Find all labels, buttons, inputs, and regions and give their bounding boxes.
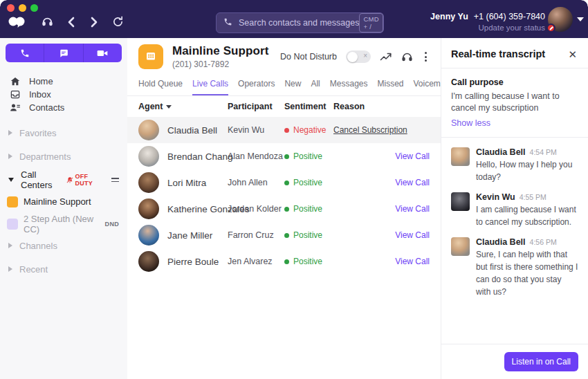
sentiment-dot-icon	[284, 154, 289, 159]
participant-name: Jen Alvarez	[228, 257, 284, 266]
table-row[interactable]: Brendan Chang Alan Mendoza Positive View…	[127, 143, 441, 169]
message-icon	[59, 48, 68, 58]
transcript-messages: Claudia Bell 4:54 PM Hello, How may I he…	[441, 138, 588, 344]
tab-new[interactable]: New	[284, 79, 301, 95]
user-menu-chevron-icon[interactable]	[577, 17, 584, 21]
participant-name: John Allen	[228, 178, 284, 187]
transcript-message: Claudia Bell 4:56 PM Sure, I can help wi…	[451, 237, 578, 298]
tab-messages[interactable]: Messages	[330, 79, 368, 95]
call-center-label: 2 Step Auth (New CC)	[24, 214, 105, 234]
view-call-link[interactable]: View Call	[395, 151, 430, 161]
avatar	[451, 147, 470, 166]
call-center-mainline-support[interactable]: Mainline Support	[0, 194, 127, 210]
agent-name: Jane Miller	[167, 230, 212, 241]
table-row[interactable]: Jane Miller Farron Cruz Positive View Ca…	[127, 222, 441, 248]
sentiment-label: Positive	[293, 204, 322, 214]
close-window-button[interactable]	[7, 4, 15, 12]
agent-name: Pierre Boule	[167, 257, 219, 267]
phone-icon	[20, 48, 30, 58]
listen-in-on-call-button[interactable]: Listen in on Call	[504, 352, 578, 371]
sentiment-dot-icon	[284, 207, 289, 212]
call-center-2-step-auth[interactable]: 2 Step Auth (New CC) DND	[0, 216, 127, 232]
sidebar-section-departments[interactable]: Departments	[0, 149, 127, 164]
transcript-message: Kevin Wu 4:55 PM I am calling because I …	[451, 192, 578, 228]
sidebar-nav: Home Inbox Contacts	[0, 72, 127, 114]
tab-missed[interactable]: Missed	[378, 79, 404, 95]
analytics-icon[interactable]	[380, 52, 392, 62]
do-not-disturb-toggle[interactable]: ×	[346, 50, 371, 63]
show-less-link[interactable]: Show less	[451, 118, 490, 128]
sentiment-badge: Positive	[284, 204, 333, 214]
minimize-window-button[interactable]	[19, 4, 26, 12]
update-status-link[interactable]: Update your status	[430, 24, 545, 32]
reason-link[interactable]: Cancel Subscription	[333, 125, 407, 135]
sentiment-dot-icon	[284, 259, 289, 264]
sentiment-badge: Positive	[284, 230, 333, 240]
sidebar: Home Inbox Contacts	[0, 38, 127, 379]
forward-icon[interactable]	[89, 17, 99, 28]
tab-operators[interactable]: Operators	[238, 79, 275, 95]
participant-name: Jordan Kolder	[228, 204, 284, 214]
view-call-link[interactable]: View Call	[395, 257, 430, 266]
sentiment-badge: Positive	[284, 151, 333, 161]
message-time: 4:56 PM	[530, 238, 557, 246]
column-header-agent[interactable]: Agent	[138, 102, 228, 111]
reorder-handle-icon[interactable]	[111, 178, 119, 182]
transcript-footer: Listen in on Call	[441, 344, 588, 379]
table-row[interactable]: Claudia Bell Kevin Wu Negative Cancel Su…	[127, 117, 441, 143]
headset-icon[interactable]	[401, 51, 413, 63]
sentiment-badge: Positive	[284, 178, 333, 187]
new-meeting-button[interactable]	[83, 44, 122, 62]
sidebar-item-contacts[interactable]: Contacts	[0, 101, 127, 114]
column-label: Agent	[138, 102, 163, 111]
user-name: Jenny Yu	[430, 12, 468, 21]
avatar	[138, 198, 159, 219]
avatar	[138, 146, 159, 167]
inbox-icon	[10, 89, 21, 100]
sidebar-item-home[interactable]: Home	[0, 75, 127, 88]
headset-icon[interactable]	[42, 16, 53, 28]
view-call-link[interactable]: View Call	[395, 178, 430, 187]
table-row[interactable]: Lori Mitra John Allen Positive View Call	[127, 169, 441, 196]
table-row[interactable]: Pierre Boule Jen Alvarez Positive View C…	[127, 248, 441, 275]
transcript-message: Claudia Bell 4:54 PM Hello, How may I he…	[451, 147, 578, 183]
chevron-right-icon	[8, 243, 12, 248]
sidebar-section-channels[interactable]: Channels	[0, 238, 127, 253]
zoom-window-button[interactable]	[30, 4, 38, 12]
agent-name: Brendan Chang	[167, 151, 233, 162]
call-purpose-label: Call purpose	[451, 77, 578, 87]
sidebar-item-label: Contacts	[29, 102, 64, 113]
refresh-icon[interactable]	[112, 16, 124, 28]
user-info: Jenny Yu+1 (604) 359-7840 Update your st…	[430, 12, 545, 32]
new-call-button[interactable]	[6, 44, 44, 62]
view-call-link[interactable]: View Call	[395, 204, 430, 214]
tab-all[interactable]: All	[311, 79, 320, 95]
page-title: Mainline Support	[172, 44, 268, 58]
sort-caret-icon	[166, 105, 172, 109]
sentiment-dot-icon	[284, 181, 289, 185]
sidebar-section-recent[interactable]: Recent	[0, 261, 127, 277]
message-text: Hello, How may I help you today?	[476, 158, 578, 183]
close-icon[interactable]: ✕	[568, 49, 577, 59]
back-icon[interactable]	[66, 17, 76, 28]
column-header-reason: Reason	[333, 102, 381, 111]
new-message-button[interactable]	[44, 44, 82, 62]
sentiment-badge: Negative	[284, 125, 333, 135]
tab-hold-queue[interactable]: Hold Queue	[138, 79, 183, 95]
video-icon	[97, 48, 108, 58]
sidebar-section-call-centers[interactable]: Call Centers OFF DUTY	[0, 172, 127, 187]
tab-live-calls[interactable]: Live Calls	[192, 79, 228, 95]
avatar	[451, 192, 470, 211]
sidebar-item-inbox[interactable]: Inbox	[0, 88, 127, 101]
user-avatar[interactable]	[548, 7, 573, 32]
search-input[interactable]: Search contacts and messages CMD + /	[216, 12, 384, 33]
message-time: 4:54 PM	[530, 148, 557, 156]
more-options-icon[interactable]	[422, 50, 430, 63]
window-controls	[7, 4, 38, 12]
table-row[interactable]: Katherine Gonzales Jordan Kolder Positiv…	[127, 196, 441, 222]
message-time: 4:55 PM	[520, 193, 546, 201]
view-call-link[interactable]: View Call	[395, 230, 430, 240]
avatar	[138, 120, 159, 140]
sidebar-section-favorites[interactable]: Favorites	[0, 125, 127, 140]
search-placeholder: Search contacts and messages	[239, 18, 359, 28]
